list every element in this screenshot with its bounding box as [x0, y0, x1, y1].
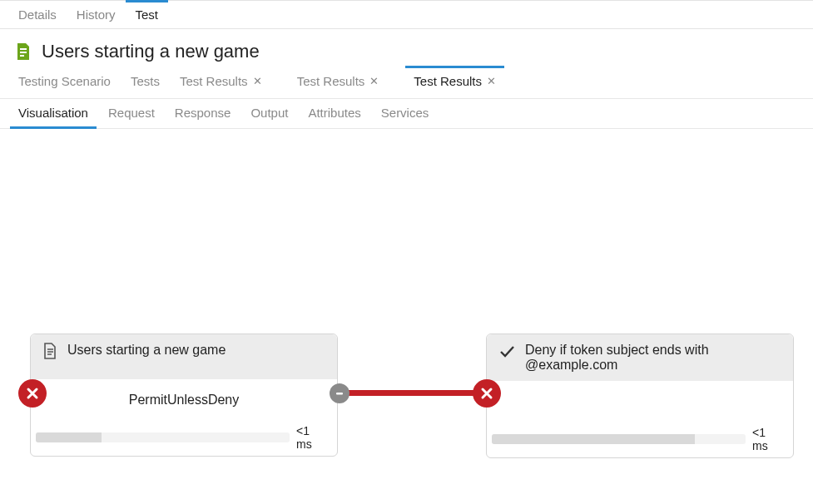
decision-deny-badge	[473, 379, 501, 408]
edge-connector	[348, 390, 486, 396]
close-icon[interactable]: ✕	[253, 75, 262, 87]
page-title-row: Users starting a new game	[0, 29, 813, 66]
decision-notapplicable-badge	[330, 383, 349, 403]
close-icon[interactable]: ✕	[369, 75, 379, 87]
node-header: Deny if token subject ends with @example…	[487, 334, 793, 381]
top-tab-details[interactable]: Details	[8, 1, 67, 28]
top-tab-history[interactable]: History	[67, 1, 126, 28]
page-title: Users starting a new game	[42, 41, 260, 62]
visualisation-canvas[interactable]: Users starting a new game PermitUnlessDe…	[0, 129, 813, 495]
viewtab-response[interactable]: Response	[165, 99, 241, 128]
subtab-test-results-3[interactable]: Test Results✕	[404, 66, 506, 98]
viewtab-output[interactable]: Output	[240, 99, 298, 128]
viewtab-request[interactable]: Request	[98, 99, 165, 128]
decision-deny-badge	[18, 379, 47, 408]
policy-set-node[interactable]: Users starting a new game PermitUnlessDe…	[30, 334, 338, 457]
node-footer: <1 ms	[31, 421, 337, 456]
viewtab-services[interactable]: Services	[371, 99, 439, 128]
subtab-testing-scenario[interactable]: Testing Scenario	[8, 66, 121, 98]
node-title: Deny if token subject ends with @example…	[525, 343, 781, 373]
subtab-test-results-1[interactable]: Test Results✕	[170, 66, 272, 98]
node-title: Users starting a new game	[67, 343, 226, 358]
node-footer: <1 ms	[487, 422, 793, 457]
policy-document-icon	[13, 42, 33, 62]
node-combining-algorithm: PermitUnlessDeny	[31, 379, 337, 421]
timing-label: <1 ms	[296, 424, 332, 451]
document-icon	[42, 343, 57, 359]
view-tabs: Visualisation Request Response Output At…	[0, 99, 813, 129]
svg-rect-0	[336, 393, 343, 395]
close-icon[interactable]: ✕	[487, 75, 496, 87]
subtab-tests[interactable]: Tests	[121, 66, 170, 98]
timing-meter	[492, 434, 746, 444]
subtab-test-results-2[interactable]: Test Results✕	[287, 66, 389, 98]
node-header: Users starting a new game	[31, 334, 337, 379]
sub-tabs: Testing Scenario Tests Test Results✕ Tes…	[0, 66, 813, 99]
timing-meter	[36, 432, 290, 442]
policy-rule-node[interactable]: Deny if token subject ends with @example…	[486, 334, 794, 458]
viewtab-visualisation[interactable]: Visualisation	[8, 99, 98, 128]
check-icon	[498, 343, 515, 359]
top-tab-test[interactable]: Test	[126, 1, 169, 28]
timing-label: <1 ms	[752, 426, 788, 452]
viewtab-attributes[interactable]: Attributes	[298, 99, 370, 128]
top-tabs: Details History Test	[0, 0, 813, 29]
node-body	[487, 381, 793, 422]
